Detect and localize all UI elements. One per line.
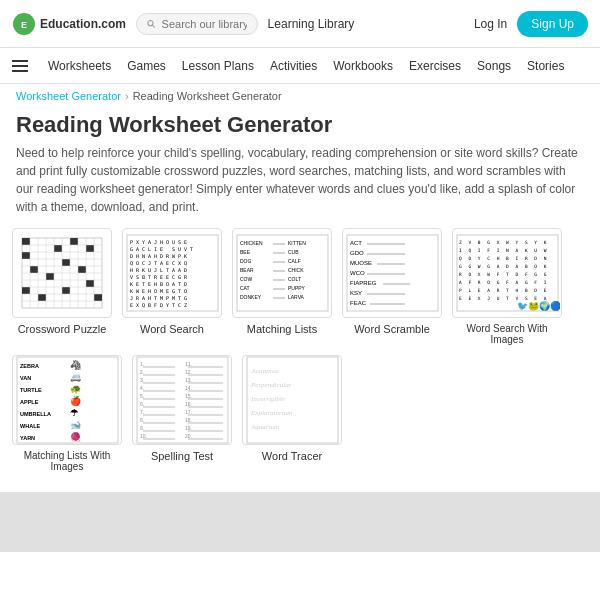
card-scramble[interactable]: ACT GDO MUOSE WCO FIAPREG KSY FEAC Word … xyxy=(342,228,442,345)
svg-text:12.: 12. xyxy=(185,369,192,375)
wordsearch-svg: PXYAJHOUSE GACLIE SUVT DHNAHDRWPK QOCJTA… xyxy=(125,233,220,313)
search-bar[interactable] xyxy=(136,13,258,35)
svg-rect-113 xyxy=(137,357,228,443)
nav-item-games[interactable]: Games xyxy=(119,59,174,73)
svg-text:5.: 5. xyxy=(140,393,144,399)
card-matching-label: Matching Lists xyxy=(247,323,317,335)
matching-images-svg: ZEBRA🦓 VAN🚐 TURTLE🐢 APPLE🍎 UMBRELLA☂ WHA… xyxy=(15,355,120,445)
svg-text:YARN: YARN xyxy=(20,435,35,441)
nav-item-workbooks[interactable]: Workbooks xyxy=(325,59,401,73)
matching-image: CHICKENKITTEN BEECUB DOGCALF BEARCHICK C… xyxy=(232,228,332,318)
card-spelling[interactable]: 1.2.3.4.5. 6.7.8.9.10. 11.12.13.14.15. 1… xyxy=(132,355,232,472)
svg-text:KWEHOMEGTO: KWEHOMEGTO xyxy=(130,288,190,294)
svg-rect-5 xyxy=(22,238,30,245)
svg-rect-13 xyxy=(46,273,54,280)
svg-text:3.: 3. xyxy=(140,377,144,383)
breadcrumb-parent[interactable]: Worksheet Generator xyxy=(16,90,121,102)
svg-text:COLT: COLT xyxy=(288,276,301,282)
svg-rect-8 xyxy=(86,245,94,252)
svg-text:COW: COW xyxy=(240,276,253,282)
svg-text:QOCJTAECXQ: QOCJTAECXQ xyxy=(130,260,190,266)
svg-rect-16 xyxy=(62,287,70,294)
svg-text:FEAC: FEAC xyxy=(350,300,367,306)
svg-text:ZEBRA: ZEBRA xyxy=(20,363,39,369)
svg-text:HRKUJLTAAD: HRKUJLTAAD xyxy=(130,267,190,273)
card-wsi[interactable]: Z V B G X W Y S Y K I Q I F I N A K U W … xyxy=(452,228,562,345)
svg-rect-17 xyxy=(38,294,46,301)
svg-text:19.: 19. xyxy=(185,425,192,431)
svg-rect-12 xyxy=(78,266,86,273)
card-tracer[interactable]: Juxtapose Perpendicular Incorrigible Exp… xyxy=(242,355,342,472)
spelling-svg: 1.2.3.4.5. 6.7.8.9.10. 11.12.13.14.15. 1… xyxy=(135,355,230,445)
nav-item-exercises[interactable]: Exercises xyxy=(401,59,469,73)
svg-text:BEAR: BEAR xyxy=(240,267,254,273)
svg-rect-18 xyxy=(94,294,102,301)
svg-text:VAN: VAN xyxy=(20,375,31,381)
nav-item-stories[interactable]: Stories xyxy=(519,59,572,73)
card-wordsearch-label: Word Search xyxy=(140,323,204,335)
nav-item-activities[interactable]: Activities xyxy=(262,59,325,73)
svg-text:Q D Y C H B I R D N: Q D Y C H B I R D N xyxy=(459,256,548,261)
login-button[interactable]: Log In xyxy=(474,17,507,31)
breadcrumb-separator: › xyxy=(125,90,129,102)
svg-rect-7 xyxy=(54,245,62,252)
logo-text: Education.com xyxy=(40,17,126,31)
svg-text:VSBTREECGR: VSBTREECGR xyxy=(130,274,190,280)
svg-rect-11 xyxy=(30,266,38,273)
svg-text:UMBRELLA: UMBRELLA xyxy=(20,411,51,417)
svg-text:E: E xyxy=(21,20,27,30)
tracer-svg: Juxtapose Perpendicular Incorrigible Exp… xyxy=(245,355,340,445)
svg-text:WHALE: WHALE xyxy=(20,423,40,429)
nav-item-songs[interactable]: Songs xyxy=(469,59,519,73)
svg-text:CUB: CUB xyxy=(288,249,299,255)
footer xyxy=(0,492,600,552)
svg-text:2.: 2. xyxy=(140,369,144,375)
svg-text:KITTEN: KITTEN xyxy=(288,240,306,246)
svg-text:LARVA: LARVA xyxy=(288,294,305,300)
svg-line-3 xyxy=(153,25,155,27)
matching-svg: CHICKENKITTEN BEECUB DOGCALF BEARCHICK C… xyxy=(235,233,330,313)
card-crossword[interactable]: Crossword Puzzle xyxy=(12,228,112,345)
wsi-image: Z V B G X W Y S Y K I Q I F I N A K U W … xyxy=(452,228,562,318)
learning-library-nav[interactable]: Learning Library xyxy=(268,17,355,31)
crossword-svg xyxy=(17,233,107,313)
card-matching-images[interactable]: ZEBRA🦓 VAN🚐 TURTLE🐢 APPLE🍎 UMBRELLA☂ WHA… xyxy=(12,355,122,472)
svg-text:🦓: 🦓 xyxy=(70,359,82,371)
svg-text:Exploratorium: Exploratorium xyxy=(250,409,292,417)
card-wordsearch[interactable]: PXYAJHOUSE GACLIE SUVT DHNAHDRWPK QOCJTA… xyxy=(122,228,222,345)
tracer-image: Juxtapose Perpendicular Incorrigible Exp… xyxy=(242,355,342,445)
card-tracer-label: Word Tracer xyxy=(262,450,322,462)
card-matching[interactable]: CHICKENKITTEN BEECUB DOGCALF BEARCHICK C… xyxy=(232,228,332,345)
logo[interactable]: E Education.com xyxy=(12,12,126,36)
search-icon xyxy=(147,19,156,29)
svg-text:13.: 13. xyxy=(185,377,192,383)
svg-text:🍎: 🍎 xyxy=(70,395,82,407)
svg-text:CHICK: CHICK xyxy=(288,267,304,273)
svg-text:Perpendicular: Perpendicular xyxy=(250,381,292,389)
breadcrumb: Worksheet Generator › Reading Worksheet … xyxy=(0,84,600,108)
card-scramble-label: Word Scramble xyxy=(354,323,430,335)
svg-text:JRAHTMPMTG: JRAHTMPMTG xyxy=(130,295,190,301)
signup-button[interactable]: Sign Up xyxy=(517,11,588,37)
nav-item-worksheets[interactable]: Worksheets xyxy=(40,59,119,73)
svg-text:🚐: 🚐 xyxy=(70,371,82,383)
search-input[interactable] xyxy=(162,18,247,30)
svg-text:CAT: CAT xyxy=(240,285,250,291)
svg-text:1.: 1. xyxy=(140,361,144,367)
svg-text:PUPPY: PUPPY xyxy=(288,285,306,291)
svg-text:11.: 11. xyxy=(185,361,192,367)
svg-text:🧶: 🧶 xyxy=(70,431,82,443)
wordsearch-image: PXYAJHOUSE GACLIE SUVT DHNAHDRWPK QOCJTA… xyxy=(122,228,222,318)
svg-text:DONKEY: DONKEY xyxy=(240,294,262,300)
svg-text:CALF: CALF xyxy=(288,258,301,264)
nav-item-lesson-plans[interactable]: Lesson Plans xyxy=(174,59,262,73)
svg-text:6.: 6. xyxy=(140,401,144,407)
svg-text:14.: 14. xyxy=(185,385,192,391)
svg-text:GACLIE SUVT: GACLIE SUVT xyxy=(130,246,196,252)
svg-text:Incorrigible: Incorrigible xyxy=(250,395,285,403)
svg-text:KETEHBOATD: KETEHBOATD xyxy=(130,281,190,287)
svg-text:APPLE: APPLE xyxy=(20,399,39,405)
hamburger-menu[interactable] xyxy=(12,60,28,72)
crossword-image xyxy=(12,228,112,318)
cards-grid: Crossword Puzzle PXYAJHOUSE GACLIE SUVT … xyxy=(0,228,600,345)
